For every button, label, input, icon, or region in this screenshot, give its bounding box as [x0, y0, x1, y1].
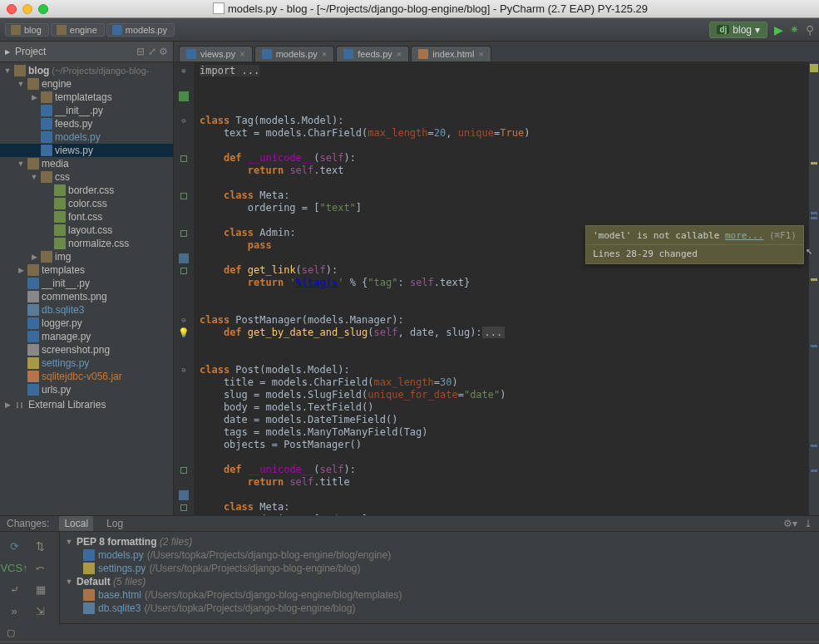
code-editor[interactable]: ⊕⊖⊖💡⊖ import ... class Tag(models.Model)…: [174, 62, 819, 515]
minimize-window-button[interactable]: [22, 4, 32, 14]
tree-node[interactable]: layout.css: [0, 224, 173, 237]
jar-icon: [27, 371, 39, 382]
editor-gutter[interactable]: ⊕⊖⊖💡⊖: [174, 62, 195, 515]
tree-node[interactable]: feeds.py: [0, 117, 173, 130]
error-stripe[interactable]: [809, 62, 819, 515]
change-marker[interactable]: [811, 217, 817, 219]
close-tab-icon[interactable]: ×: [478, 49, 483, 59]
close-tab-icon[interactable]: ×: [397, 49, 402, 59]
tool-window-button[interactable]: ▢: [7, 627, 15, 638]
tree-node[interactable]: ▶templatetags: [0, 91, 173, 104]
warning-marker[interactable]: [811, 278, 817, 281]
tree-node[interactable]: db.sqlite3: [0, 303, 173, 317]
project-tree[interactable]: ▼ blog (~/Projects/django-blog- ▼engine▶…: [0, 62, 173, 515]
tree-node[interactable]: urls.py: [0, 383, 173, 396]
revert-icon[interactable]: ⤺: [32, 558, 50, 577]
tree-root[interactable]: ▼ blog (~/Projects/django-blog-: [0, 64, 173, 77]
change-marker[interactable]: [811, 445, 817, 447]
py-icon: [41, 145, 52, 156]
run-button[interactable]: ▶: [774, 23, 783, 37]
code-content[interactable]: import ... class Tag(models.Model): text…: [195, 62, 819, 515]
panel-settings-icon[interactable]: ⊟ ⤢ ⚙: [136, 46, 168, 57]
folder-icon: [14, 65, 26, 76]
changes-tool-window: Changes: Local Log ⚙▾ ⤓ ⟳ ⇅ VCS↑ ⤺ ⤶ ▦ »…: [0, 515, 819, 623]
folder-icon: [57, 25, 67, 35]
changelist-file[interactable]: base.html (/Users/topka/Projects/django-…: [60, 588, 819, 602]
changelist-group[interactable]: ▼Default (5 files): [60, 575, 819, 588]
document-icon: [213, 2, 224, 14]
breadcrumb-item[interactable]: blog: [5, 23, 49, 37]
changelist-group[interactable]: ▼PEP 8 formatting (2 files): [60, 535, 819, 548]
changes-tab-log[interactable]: Log: [101, 516, 128, 531]
tree-node[interactable]: manage.py: [0, 330, 173, 343]
bottom-tool-buttons: ▢: [0, 623, 819, 642]
project-icon: ▸: [5, 46, 10, 57]
debug-button[interactable]: ✷: [790, 23, 799, 36]
inspection-status-icon[interactable]: [810, 64, 818, 72]
png-icon: [27, 344, 39, 356]
expand-icon[interactable]: »: [5, 602, 23, 620]
tree-node[interactable]: comments.png: [0, 290, 173, 303]
collapse-icon[interactable]: ⇲: [32, 602, 50, 620]
library-icon: ⫿⫿: [14, 399, 26, 410]
run-config-selector[interactable]: dj blog ▾: [709, 22, 767, 38]
folder-icon: [27, 264, 39, 276]
breadcrumb-item[interactable]: engine: [51, 23, 105, 37]
css-icon: [54, 184, 66, 196]
tree-node[interactable]: font.css: [0, 210, 173, 224]
python-file-icon: [112, 25, 122, 35]
close-tab-icon[interactable]: ×: [239, 49, 244, 59]
tree-node[interactable]: views.py: [0, 144, 173, 157]
changelist-file[interactable]: db.sqlite3 (/Users/topka/Projects/django…: [60, 602, 819, 615]
change-marker[interactable]: [811, 469, 817, 472]
tree-node[interactable]: __init__.py: [0, 104, 173, 117]
editor-tab[interactable]: models.py×: [254, 46, 335, 61]
shelve-icon[interactable]: ⤶: [5, 580, 23, 598]
commit-icon[interactable]: VCS↑: [5, 558, 23, 577]
close-tab-icon[interactable]: ×: [322, 49, 327, 59]
tree-node[interactable]: ▼media: [0, 157, 173, 170]
py-file-icon: [186, 49, 196, 59]
tree-node[interactable]: normalize.css: [0, 237, 173, 250]
gear-icon[interactable]: ⚙▾: [783, 518, 797, 529]
close-window-button[interactable]: [7, 4, 17, 14]
png-icon: [27, 291, 39, 302]
tooltip-more-link[interactable]: more...: [725, 230, 763, 241]
tree-node[interactable]: screenshot.png: [0, 343, 173, 356]
breadcrumb-item[interactable]: models.py: [106, 23, 175, 37]
editor-tab[interactable]: feeds.py×: [336, 46, 409, 61]
tree-node[interactable]: color.css: [0, 197, 173, 210]
changelist-file[interactable]: settings.py (/Users/topka/Projects/djang…: [60, 562, 819, 575]
changelist-file[interactable]: models.py (/Users/topka/Projects/django-…: [60, 548, 819, 562]
tree-node[interactable]: logger.py: [0, 317, 173, 330]
group-icon[interactable]: ▦: [32, 580, 50, 598]
zoom-window-button[interactable]: [38, 4, 48, 14]
change-marker[interactable]: [811, 212, 817, 214]
py-icon: [41, 118, 52, 130]
refresh-icon[interactable]: ⟳: [5, 537, 23, 555]
py-icon: [41, 105, 52, 116]
tree-node[interactable]: ▼css: [0, 170, 173, 184]
tree-node[interactable]: border.css: [0, 184, 173, 197]
tree-node[interactable]: ▶templates: [0, 263, 173, 277]
tree-node[interactable]: __init__.py: [0, 277, 173, 290]
external-libraries[interactable]: ▶ ⫿⫿ External Libraries: [0, 398, 173, 411]
editor-tab[interactable]: views.py×: [179, 46, 253, 61]
tree-node[interactable]: ▶img: [0, 250, 173, 263]
editor-tab[interactable]: index.html×: [411, 46, 491, 61]
search-everywhere-button[interactable]: ⚲: [806, 23, 814, 37]
hide-panel-icon[interactable]: ⤓: [804, 518, 812, 529]
change-marker[interactable]: [811, 345, 817, 347]
tree-node[interactable]: ▼engine: [0, 77, 173, 91]
warning-marker[interactable]: [811, 162, 817, 165]
db-icon: [27, 304, 39, 316]
changes-tab-local[interactable]: Local: [59, 516, 93, 531]
tree-node[interactable]: settings.py: [0, 356, 173, 370]
tree-node[interactable]: sqlitejdbc-v056.jar: [0, 370, 173, 383]
folder-icon: [11, 25, 21, 35]
project-panel-header[interactable]: ▸ Project ⊟ ⤢ ⚙: [0, 42, 173, 62]
changes-tree[interactable]: ▼PEP 8 formatting (2 files)models.py (/U…: [60, 532, 819, 625]
tree-node[interactable]: models.py: [0, 130, 173, 144]
py-icon: [27, 384, 39, 396]
diff-icon[interactable]: ⇅: [32, 537, 50, 555]
